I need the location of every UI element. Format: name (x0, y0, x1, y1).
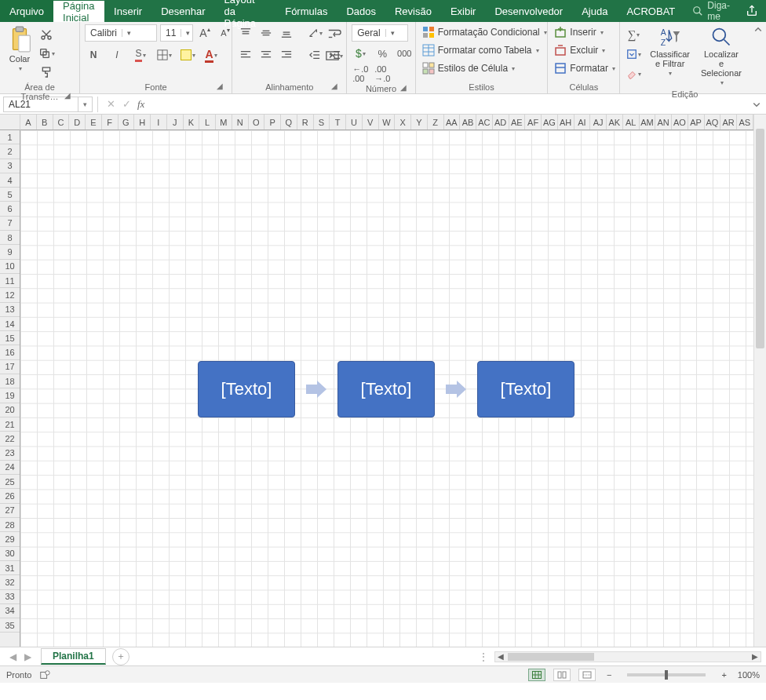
delete-cells-button[interactable]: Excluir▾ (553, 42, 607, 58)
view-page-layout-button[interactable] (553, 669, 571, 681)
shrink-font-button[interactable]: A▾ (217, 24, 234, 42)
row-header[interactable]: 7 (0, 217, 20, 231)
horizontal-scrollbar[interactable]: ◀ ▶ (494, 651, 761, 662)
tab-desenhar[interactable]: Desenhar (151, 0, 214, 22)
column-header[interactable]: AM (640, 115, 656, 129)
slider-knob[interactable] (665, 670, 668, 680)
sheet-tab-planilha1[interactable]: Planilha1 (41, 648, 106, 665)
dialog-launcher-icon[interactable]: ◢ (398, 82, 409, 93)
row-header[interactable]: 4 (0, 173, 20, 188)
bold-button[interactable]: N (85, 46, 102, 64)
column-header[interactable]: B (37, 115, 53, 129)
autosum-button[interactable]: ∑▾ (625, 26, 642, 43)
italic-button[interactable]: I (108, 46, 126, 64)
column-header[interactable]: T (330, 115, 346, 129)
tab-acrobat[interactable]: ACROBAT (617, 0, 684, 22)
column-header[interactable]: X (395, 115, 411, 129)
row-header[interactable]: 29 (0, 532, 20, 546)
column-header[interactable]: J (167, 115, 184, 129)
column-header[interactable]: AJ (590, 115, 607, 129)
tab-inserir[interactable]: Inserir (104, 0, 151, 22)
grow-font-button[interactable]: A▴ (196, 24, 213, 42)
row-header[interactable]: 6 (0, 202, 20, 216)
row-headers[interactable]: 1234567891011121314151617181920212223242… (0, 130, 20, 647)
column-header[interactable]: E (86, 115, 102, 129)
row-header[interactable]: 23 (0, 447, 20, 461)
vertical-scrollbar[interactable] (753, 115, 766, 647)
row-header[interactable]: 10 (0, 260, 20, 274)
align-left-button[interactable] (237, 46, 254, 64)
align-right-button[interactable] (278, 46, 295, 64)
row-header[interactable]: 32 (0, 575, 20, 589)
row-header[interactable]: 3 (0, 159, 20, 173)
column-header[interactable]: I (151, 115, 167, 129)
row-header[interactable]: 13 (0, 303, 20, 317)
column-header[interactable]: D (69, 115, 86, 129)
zoom-out-button[interactable]: − (604, 670, 615, 680)
column-header[interactable]: Y (411, 115, 428, 129)
row-header[interactable]: 25 (0, 475, 20, 489)
clear-button[interactable]: ▾ (625, 65, 642, 82)
row-header[interactable]: 16 (0, 345, 20, 359)
row-header[interactable]: 22 (0, 432, 20, 446)
column-header[interactable]: AO (672, 115, 688, 129)
decrease-decimal-button[interactable]: .00→.0 (374, 65, 391, 82)
sort-filter-button[interactable]: AZ Classificar e Filtrar▾ (647, 24, 693, 78)
enter-formula-button[interactable]: ✓ (119, 98, 134, 110)
paste-button[interactable]: Colar ▾ (5, 24, 35, 74)
tab-ajuda[interactable]: Ajuda (572, 0, 617, 22)
column-header[interactable]: AD (493, 115, 509, 129)
font-size-combo[interactable]: 11▾ (160, 24, 193, 42)
column-header[interactable]: K (184, 115, 200, 129)
column-header[interactable]: AG (542, 115, 558, 129)
column-header[interactable]: M (216, 115, 232, 129)
column-header[interactable]: H (134, 115, 151, 129)
increase-decimal-button[interactable]: ←.0.00 (352, 65, 369, 82)
format-as-table-button[interactable]: Formatar como Tabela▾ (421, 42, 541, 58)
column-header[interactable]: P (264, 115, 281, 129)
tab-formulas[interactable]: Fórmulas (275, 0, 337, 22)
align-top-button[interactable] (237, 24, 254, 42)
font-name-combo[interactable]: Calibri▾ (85, 24, 157, 42)
column-header[interactable]: Q (281, 115, 297, 129)
find-select-button[interactable]: Localizar e Selecionar▾ (698, 24, 745, 88)
cut-button[interactable] (38, 26, 55, 43)
row-header[interactable]: 28 (0, 518, 20, 532)
currency-button[interactable]: $▾ (352, 45, 369, 62)
fill-button[interactable]: ▾ (625, 46, 642, 63)
row-header[interactable]: 20 (0, 403, 20, 417)
column-header[interactable]: L (199, 115, 216, 129)
column-header[interactable]: A (20, 115, 37, 129)
insert-function-button[interactable]: fx (137, 98, 144, 111)
tab-pagina-inicial[interactable]: Página Inicial (53, 0, 104, 22)
column-header[interactable]: G (119, 115, 135, 129)
row-header[interactable]: 14 (0, 317, 20, 331)
column-header[interactable]: AB (460, 115, 476, 129)
select-all-corner[interactable] (0, 115, 20, 130)
conditional-formatting-button[interactable]: Formatação Condicional▾ (421, 24, 549, 40)
column-header[interactable]: F (102, 115, 119, 129)
row-header[interactable]: 34 (0, 604, 20, 618)
cancel-formula-button[interactable]: ✕ (103, 98, 119, 110)
smartart-box-3[interactable]: [Texto] (477, 361, 574, 417)
row-header[interactable]: 26 (0, 489, 20, 503)
column-header[interactable]: AS (737, 115, 753, 129)
sheet-nav-prev[interactable]: ◀ (9, 651, 16, 662)
wrap-text-button[interactable] (326, 25, 343, 42)
zoom-in-button[interactable]: + (718, 670, 729, 680)
comma-style-button[interactable]: 000 (396, 45, 413, 62)
cell-styles-button[interactable]: Estilos de Célula▾ (421, 60, 516, 76)
row-header[interactable]: 9 (0, 245, 20, 259)
collapse-ribbon-button[interactable] (750, 22, 766, 93)
smartart-box-1[interactable]: [Texto] (198, 361, 295, 417)
dialog-launcher-icon[interactable]: ◢ (329, 80, 340, 91)
row-header[interactable]: 24 (0, 461, 20, 475)
fill-color-button[interactable]: ▾ (179, 46, 196, 64)
column-header[interactable]: C (53, 115, 70, 129)
smartart-process[interactable]: [Texto] [Texto] [Texto] (198, 361, 574, 417)
format-painter-button[interactable] (38, 64, 55, 81)
spreadsheet-grid[interactable]: ABCDEFGHIJKLMNOPQRSTUVWXYZAAABACADAEAFAG… (0, 115, 766, 647)
row-header[interactable]: 12 (0, 288, 20, 302)
row-header[interactable]: 17 (0, 360, 20, 374)
row-header[interactable]: 8 (0, 231, 20, 245)
